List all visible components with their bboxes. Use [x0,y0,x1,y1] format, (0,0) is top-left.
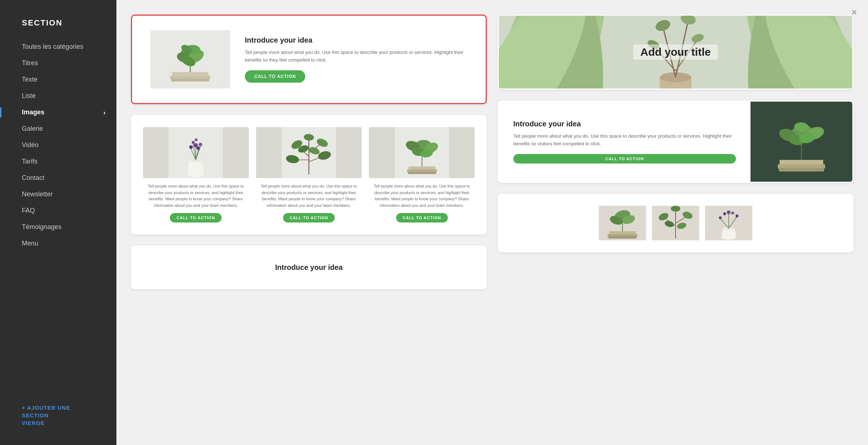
svg-point-104 [723,212,726,215]
sidebar-item-tarifs[interactable]: Tarifs [0,153,116,170]
svg-point-16 [199,143,202,146]
svg-point-106 [719,216,722,219]
sidebar-footer: + AJOUTER UNE SECTIONVIERGE [0,397,116,434]
template-card-1[interactable]: Introduce your idea Tell people more abo… [131,15,487,104]
sidebar-item-toutes[interactable]: Toutes les catégories [0,39,116,55]
sidebar-item-faq[interactable]: FAQ [0,202,116,219]
card-4-cta-button[interactable]: CALL TO ACTION [513,154,736,164]
svg-point-94 [671,206,680,212]
col-1-cta-button[interactable]: CALL TO ACTION [170,213,222,222]
sidebar-item-titres[interactable]: Titres [0,55,116,71]
partial-card-title: Introduce your idea [275,263,343,272]
col-1-desc: Tell people more about what you do. Use … [143,183,249,209]
svg-point-17 [192,141,195,144]
card-3-columns: Tell people more about what you do. Use … [143,127,475,222]
sidebar-item-video[interactable]: Vidéo [0,137,116,153]
card-1-text: Introduce your idea Tell people more abo… [245,36,467,83]
sidebar-item-galerie[interactable]: Galerie [0,121,116,137]
sidebar-item-temoignages[interactable]: Témoignages [0,219,116,235]
svg-point-15 [189,145,193,149]
left-column: Introduce your idea Tell people more abo… [131,15,487,289]
col-item-1: Tell people more about what you do. Use … [143,127,249,222]
svg-rect-68 [780,160,823,165]
sidebar-item-texte[interactable]: Texte [0,71,116,88]
col-2-cta-button[interactable]: CALL TO ACTION [283,213,335,222]
template-card-partial[interactable]: Introduce your idea [131,245,487,289]
svg-rect-41 [408,172,436,174]
sidebar-item-contact[interactable]: Contact [0,170,116,186]
sidebar-item-newsletter[interactable]: Newsletter [0,186,116,202]
templates-grid: Introduce your idea Tell people more abo… [131,15,853,289]
col-3-cta-button[interactable]: CALL TO ACTION [396,213,448,222]
card-4-title: Introduce your idea [513,120,736,128]
col-1-image [143,127,249,178]
template-card-3[interactable]: Tell people more about what you do. Use … [131,115,487,235]
col-3-image [369,127,475,178]
template-card-2[interactable]: Add your title [498,15,853,90]
col-2-image [256,127,362,178]
svg-point-107 [736,214,738,217]
sidebar-item-images[interactable]: Images › [0,104,116,121]
chevron-right-icon: › [103,109,105,116]
card-1-image [150,30,230,88]
main-content: × [116,0,868,445]
card-2-overlay-title: Add your title [633,44,718,60]
svg-point-103 [727,210,730,214]
add-section-button[interactable]: + AJOUTER UNE SECTIONVIERGE [22,404,95,427]
col-3-desc: Tell people more about what you do. Use … [369,183,475,209]
template-card-4[interactable]: Introduce your idea Tell people more abo… [498,101,853,183]
sidebar-title: SECTION [0,18,116,39]
col-2-desc: Tell people more about what you do. Use … [256,183,362,209]
sidebar-item-menu[interactable]: Menu [0,235,116,252]
svg-point-19 [195,138,198,141]
sidebar: SECTION Toutes les catégories Titres Tex… [0,0,116,445]
sidebar-nav: Toutes les catégories Titres Texte Liste… [0,39,116,397]
card-5-images [510,206,841,240]
card-1-title: Introduce your idea [245,36,467,44]
sidebar-item-liste[interactable]: Liste [0,88,116,104]
svg-rect-81 [609,231,636,235]
template-card-5[interactable] [498,194,853,252]
card-4-image [750,102,852,182]
svg-rect-3 [171,79,209,82]
svg-rect-83 [608,236,637,239]
svg-rect-70 [779,168,824,172]
card-4-description: Tell people more about what you do. Use … [513,133,736,148]
card-1-description: Tell people more about what you do. Use … [245,49,467,64]
col-item-2: Tell people more about what you do. Use … [256,127,362,222]
card-1-cta-button[interactable]: CALL TO ACTION [245,70,305,83]
col-item-3: Tell people more about what you do. Use … [369,127,475,222]
card-4-text: Introduce your idea Tell people more abo… [499,102,750,182]
right-column: Add your title Introduce your idea Tell … [498,15,853,289]
svg-point-105 [731,212,734,214]
